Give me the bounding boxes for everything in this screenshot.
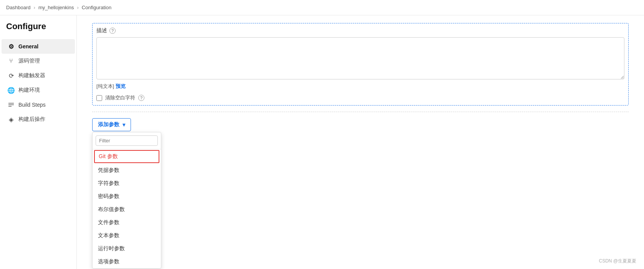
sidebar-item-source-label: 源码管理	[18, 58, 40, 64]
dropdown-item-runtime[interactable]: 运行时参数	[93, 242, 161, 255]
breadcrumb-sep-2: ›	[77, 5, 78, 10]
description-label: 描述	[96, 27, 107, 34]
param-dropdown-menu: Git 参数 凭据参数 字符参数 密码参数 布尔值参数 文件参数 文本参数 运行…	[92, 132, 161, 269]
sidebar-item-environment-label: 构建环境	[18, 87, 40, 94]
gear-icon: ⚙	[8, 43, 15, 50]
source-title: 源码	[92, 159, 629, 169]
steps-icon	[8, 101, 15, 108]
sidebar-item-environment[interactable]: 🌐 构建环境	[2, 83, 75, 97]
preview-row: [纯文本] 预览	[96, 83, 624, 90]
branch-icon: ⑂	[8, 58, 15, 64]
main-content: 描述 ? [纯文本] 预览 清除空白字符 ? 添加参数	[77, 15, 644, 269]
dropdown-filter-input[interactable]	[96, 135, 158, 146]
dropdown-item-file[interactable]: 文件参数	[93, 216, 161, 229]
sidebar-item-source[interactable]: ⑂ 源码管理	[2, 54, 75, 68]
description-textarea[interactable]	[96, 37, 624, 79]
dropdown-item-string[interactable]: 字符参数	[93, 177, 161, 190]
clear-whitespace-label: 清除空白字符	[105, 94, 135, 101]
breadcrumb-current: Configuration	[82, 5, 111, 10]
sidebar-item-buildsteps-label: Build Steps	[18, 102, 46, 108]
description-label-row: 描述 ?	[96, 27, 624, 34]
preview-link[interactable]: 预览	[116, 83, 126, 89]
preview-text-label: [纯文本]	[96, 83, 114, 89]
dropdown-item-choice[interactable]: 选项参数	[93, 255, 161, 268]
breadcrumb-sep-1: ›	[34, 5, 35, 10]
add-param-container: 添加参数 Git 参数 凭据参数 字符参数 密码参数 布尔值参数 文件参数 文本…	[92, 118, 131, 131]
add-param-button-label: 添加参数	[98, 121, 119, 128]
sidebar-item-triggers-label: 构建触发器	[18, 72, 45, 79]
sidebar-item-buildsteps[interactable]: Build Steps	[2, 97, 75, 112]
trigger-icon: ⟳	[8, 72, 15, 79]
dropdown-item-git-param[interactable]: Git 参数	[94, 150, 159, 163]
divider-1	[92, 112, 629, 112]
dropdown-filter-container	[93, 132, 161, 149]
dropdown-item-text[interactable]: 文本参数	[93, 229, 161, 242]
radio-row-none: 无	[92, 174, 629, 181]
clear-whitespace-row: 清除空白字符 ?	[96, 94, 624, 101]
dropdown-item-credentials[interactable]: 凭据参数	[93, 164, 161, 177]
clear-whitespace-checkbox[interactable]	[96, 95, 102, 101]
sidebar-item-general-label: General	[18, 43, 38, 50]
sidebar-item-postbuild[interactable]: ◈ 构建后操作	[2, 112, 75, 127]
dropdown-item-boolean[interactable]: 布尔值参数	[93, 203, 161, 216]
radio-row-git: Git ?	[92, 184, 629, 190]
watermark: CSDN @生夏夏夏	[599, 258, 636, 264]
sidebar-item-general[interactable]: ⚙ General	[2, 39, 75, 54]
globe-icon: 🌐	[8, 87, 15, 94]
sidebar-item-postbuild-label: 构建后操作	[18, 116, 45, 123]
description-section: 描述 ? [纯文本] 预览 清除空白字符 ?	[92, 23, 629, 106]
sidebar: Configure ⚙ General ⑂ 源码管理 ⟳ 构建触发器 🌐 构建环…	[0, 15, 77, 269]
source-section: 源码 无 Git ?	[92, 159, 629, 190]
breadcrumb-dashboard[interactable]: Dashboard	[6, 5, 31, 10]
clear-whitespace-help-icon[interactable]: ?	[138, 95, 144, 101]
add-param-button[interactable]: 添加参数	[92, 118, 131, 131]
breadcrumb-project[interactable]: my_hellojenkins	[38, 5, 74, 10]
dropdown-item-password[interactable]: 密码参数	[93, 190, 161, 203]
description-help-icon[interactable]: ?	[109, 28, 116, 34]
param-row: 高级...	[92, 137, 629, 147]
breadcrumb: Dashboard › my_hellojenkins › Configurat…	[0, 0, 644, 15]
sidebar-title: Configure	[0, 21, 76, 39]
postbuild-icon: ◈	[8, 116, 15, 123]
sidebar-item-triggers[interactable]: ⟳ 构建触发器	[2, 68, 75, 83]
